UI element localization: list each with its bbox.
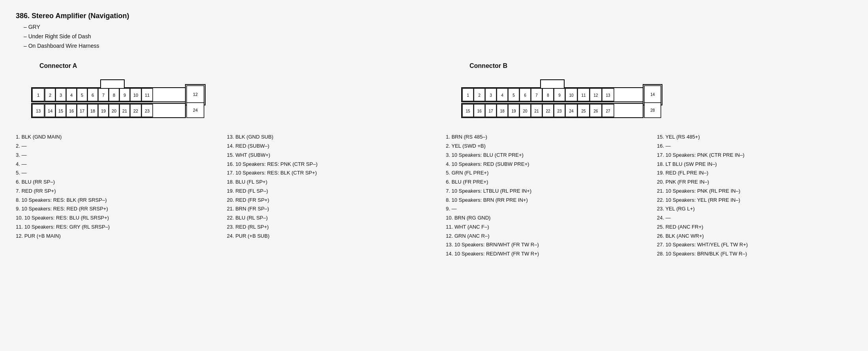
pin-a-10: 10. 10 Speakers: RES: BLU (RL SRSP+) — [16, 214, 211, 223]
svg-text:8: 8 — [547, 93, 549, 98]
svg-text:11: 11 — [145, 93, 150, 98]
pin-b-10: 10. BRN (RG GND) — [446, 214, 641, 223]
pin-a-14: 14. RED (SUBW–) — [227, 142, 422, 151]
svg-text:6: 6 — [524, 93, 526, 98]
svg-text:10: 10 — [569, 93, 574, 98]
svg-rect-54 — [541, 80, 564, 88]
pin-a-23: 23. RED (RL SP+) — [227, 223, 422, 232]
connector-a-title: Connector A — [39, 62, 422, 69]
svg-text:14: 14 — [48, 109, 52, 113]
pin-a-15: 15. WHT (SUBW+) — [227, 151, 422, 160]
pin-a-24: 24. PUR (+B SUB) — [227, 232, 422, 241]
svg-text:26: 26 — [593, 109, 598, 113]
pin-b-18: 18. LT BLU (SW PRE IN–) — [657, 160, 852, 169]
svg-text:18: 18 — [90, 109, 95, 113]
pin-b-3: 3. 10 Speakers: BLU (CTR PRE+) — [446, 151, 641, 160]
pin-a-6: 6. BLU (RR SP–) — [16, 178, 211, 187]
connector-b-title: Connector B — [470, 62, 852, 69]
svg-text:22: 22 — [133, 109, 138, 113]
pin-a-22: 22. BLU (RL SP–) — [227, 214, 422, 223]
pin-b-9: 9. — — [446, 205, 641, 214]
pin-a-2: 2. — — [16, 142, 211, 151]
pin-b-15: 15. YEL (RS 485+) — [657, 133, 852, 142]
pin-b-4: 4. 10 Speakers: RED (SUBW PRE+) — [446, 160, 641, 169]
pin-b-6: 6. BLU (FR PRE+) — [446, 178, 641, 187]
connector-b-diagram: 1 2 3 4 5 6 7 8 9 10 11 — [458, 76, 852, 123]
svg-text:10: 10 — [133, 93, 138, 98]
svg-rect-2 — [101, 80, 124, 88]
svg-text:17: 17 — [488, 109, 493, 113]
pin-b-20: 20. PNK (FR PRE IN–) — [657, 178, 852, 187]
svg-text:15: 15 — [58, 109, 63, 113]
svg-text:4: 4 — [70, 93, 73, 98]
connector-b-pin-list: 1. BRN (RS 485–) 2. YEL (SWD +B) 3. 10 S… — [446, 133, 852, 259]
pin-b-16: 16. — — [657, 142, 852, 151]
pin-a-4: 4. — — [16, 160, 211, 169]
svg-text:20: 20 — [112, 109, 116, 113]
section-title: Stereo Amplifier (Navigation) — [32, 12, 129, 20]
pin-a-12: 12. PUR (+B MAIN) — [16, 232, 211, 241]
section-number: 386. — [16, 12, 30, 20]
svg-text:3: 3 — [490, 93, 492, 98]
svg-text:5: 5 — [513, 93, 515, 98]
pin-b-26: 26. BLK (ANC WR+) — [657, 232, 852, 241]
svg-text:28: 28 — [650, 108, 655, 113]
svg-text:16: 16 — [69, 109, 74, 113]
pin-a-16: 16. 10 Speakers: RES: PNK (CTR SP–) — [227, 160, 422, 169]
pin-a-5: 5. — — [16, 169, 211, 178]
svg-text:18: 18 — [500, 109, 505, 113]
svg-text:23: 23 — [145, 109, 150, 113]
svg-text:17: 17 — [80, 109, 84, 113]
pin-b-1: 1. BRN (RS 485–) — [446, 133, 641, 142]
svg-text:25: 25 — [581, 109, 586, 113]
pin-a-9: 9. 10 Speakers: RES: RED (RR SRSP+) — [16, 205, 211, 214]
svg-text:8: 8 — [113, 93, 115, 98]
svg-text:19: 19 — [511, 109, 516, 113]
pin-a-11: 11. 10 Speakers: RES: GRY (RL SRSP–) — [16, 223, 211, 232]
pin-b-22: 22. 10 Speakers: YEL (RR PRE IN–) — [657, 196, 852, 205]
svg-text:21: 21 — [122, 109, 127, 113]
pin-b-8: 8. 10 Speakers: BRN (RR PRE IN+) — [446, 196, 641, 205]
pin-b-27: 27. 10 Speakers: WHT/YEL (FL TW R+) — [657, 240, 852, 250]
pin-a-3: 3. — — [16, 151, 211, 160]
svg-text:13: 13 — [606, 93, 610, 98]
pin-b-23: 23. YEL (RG L+) — [657, 205, 852, 214]
pin-a-1: 1. BLK (GND MAIN) — [16, 133, 211, 142]
pin-a-8: 8. 10 Speakers: RES: BLK (RR SRSP–) — [16, 196, 211, 205]
pin-b-24: 24. — — [657, 214, 852, 223]
pin-b-2: 2. YEL (SWD +B) — [446, 142, 641, 151]
svg-text:4: 4 — [501, 93, 503, 98]
svg-text:23: 23 — [557, 109, 562, 113]
svg-text:9: 9 — [558, 93, 561, 98]
connector-a-pin-list: 1. BLK (GND MAIN) 2. — 3. — 4. — 5. — 6.… — [16, 133, 422, 240]
svg-text:11: 11 — [581, 93, 586, 98]
location-dash: – Under Right Side of Dash — [24, 32, 852, 41]
pin-b-17: 17. 10 Speakers: PNK (CTR PRE IN–) — [657, 151, 852, 160]
pin-a-17: 17. 10 Speakers: RES: BLK (CTR SP+) — [227, 169, 422, 178]
svg-text:7: 7 — [535, 93, 538, 98]
svg-text:21: 21 — [534, 109, 539, 113]
svg-text:22: 22 — [546, 109, 550, 113]
connector-b-pins-left: 1. BRN (RS 485–) 2. YEL (SWD +B) 3. 10 S… — [446, 133, 641, 259]
svg-text:6: 6 — [92, 93, 94, 98]
pin-b-11: 11. WHT (ANC F–) — [446, 223, 641, 232]
location-harness: – On Dashboard Wire Harness — [24, 41, 852, 51]
svg-text:2: 2 — [478, 93, 481, 98]
svg-text:1: 1 — [467, 93, 469, 98]
svg-text:27: 27 — [606, 109, 610, 113]
pin-b-12: 12. GRN (ANC R–) — [446, 232, 641, 241]
pin-b-21: 21. 10 Speakers: PNK (RL PRE IN–) — [657, 187, 852, 196]
connector-b-pins-right: 15. YEL (RS 485+) 16. — 17. 10 Speakers:… — [657, 133, 852, 259]
location-gry: – GRY — [24, 23, 852, 32]
svg-text:16: 16 — [477, 109, 482, 113]
pin-a-21: 21. BRN (FR SP–) — [227, 205, 422, 214]
connector-a-block: Connector A 1 2 3 — [16, 62, 422, 240]
pin-b-25: 25. RED (ANC FR+) — [657, 223, 852, 232]
pin-b-19: 19. RED (FL PRE IN–) — [657, 169, 852, 178]
connector-a-pins-left: 1. BLK (GND MAIN) 2. — 3. — 4. — 5. — 6.… — [16, 133, 211, 240]
pin-a-13: 13. BLK (GND SUB) — [227, 133, 422, 142]
svg-text:13: 13 — [36, 109, 41, 113]
connector-a-pins-right: 13. BLK (GND SUB) 14. RED (SUBW–) 15. WH… — [227, 133, 422, 240]
svg-text:19: 19 — [101, 109, 106, 113]
page-header: 386. Stereo Amplifier (Navigation) – GRY… — [16, 12, 852, 51]
